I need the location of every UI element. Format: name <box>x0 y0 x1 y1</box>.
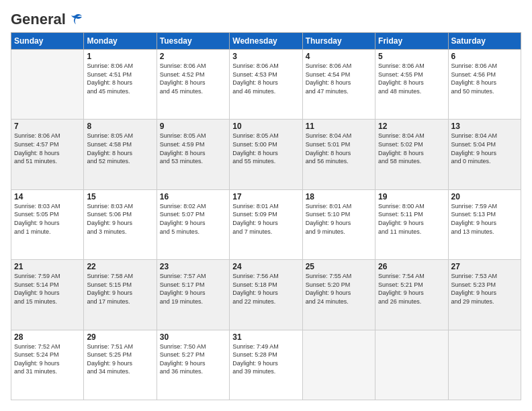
calendar-day-cell: 9Sunrise: 8:05 AM Sunset: 4:59 PM Daylig… <box>157 120 229 189</box>
calendar-week-row: 21Sunrise: 7:59 AM Sunset: 5:14 PM Dayli… <box>11 260 521 330</box>
logo-general-text: General <box>11 11 66 28</box>
day-number: 31 <box>232 332 299 342</box>
calendar-header-friday: Friday <box>375 33 448 50</box>
calendar-table: SundayMondayTuesdayWednesdayThursdayFrid… <box>11 32 521 400</box>
day-number: 11 <box>306 122 372 131</box>
logo: General <box>11 11 83 26</box>
day-number: 13 <box>451 122 518 131</box>
day-number: 14 <box>14 192 81 201</box>
calendar-day-cell: 28Sunrise: 7:52 AM Sunset: 5:24 PM Dayli… <box>11 330 84 400</box>
day-info: Sunrise: 7:55 AM Sunset: 5:20 PM Dayligh… <box>306 272 372 306</box>
calendar-day-cell: 6Sunrise: 8:06 AM Sunset: 4:56 PM Daylig… <box>448 50 521 120</box>
calendar-week-row: 28Sunrise: 7:52 AM Sunset: 5:24 PM Dayli… <box>11 330 521 400</box>
day-number: 15 <box>87 192 153 201</box>
day-info: Sunrise: 7:58 AM Sunset: 5:15 PM Dayligh… <box>87 272 153 306</box>
day-number: 23 <box>160 262 226 271</box>
calendar-day-cell: 24Sunrise: 7:56 AM Sunset: 5:18 PM Dayli… <box>230 260 302 330</box>
day-number: 20 <box>451 192 518 201</box>
calendar-day-cell: 18Sunrise: 8:01 AM Sunset: 5:10 PM Dayli… <box>302 189 375 259</box>
calendar-header-wednesday: Wednesday <box>230 33 302 50</box>
day-info: Sunrise: 7:57 AM Sunset: 5:17 PM Dayligh… <box>160 272 226 306</box>
day-info: Sunrise: 8:04 AM Sunset: 5:02 PM Dayligh… <box>378 132 445 165</box>
calendar-day-cell <box>11 50 84 120</box>
logo-bird-icon <box>69 12 83 27</box>
day-number: 22 <box>87 262 153 271</box>
day-info: Sunrise: 8:01 AM Sunset: 5:09 PM Dayligh… <box>232 202 299 236</box>
day-info: Sunrise: 8:06 AM Sunset: 4:51 PM Dayligh… <box>87 62 153 95</box>
day-number: 19 <box>378 192 445 201</box>
calendar-day-cell: 29Sunrise: 7:51 AM Sunset: 5:25 PM Dayli… <box>84 330 157 400</box>
day-number: 4 <box>306 52 372 61</box>
day-number: 6 <box>451 52 518 61</box>
day-info: Sunrise: 7:49 AM Sunset: 5:28 PM Dayligh… <box>232 342 299 376</box>
calendar-day-cell: 13Sunrise: 8:04 AM Sunset: 5:04 PM Dayli… <box>448 120 521 189</box>
day-info: Sunrise: 7:54 AM Sunset: 5:21 PM Dayligh… <box>378 272 445 306</box>
day-info: Sunrise: 8:03 AM Sunset: 5:05 PM Dayligh… <box>14 202 81 236</box>
calendar-week-row: 7Sunrise: 8:06 AM Sunset: 4:57 PM Daylig… <box>11 120 521 189</box>
day-info: Sunrise: 8:06 AM Sunset: 4:53 PM Dayligh… <box>232 62 299 95</box>
calendar-day-cell: 17Sunrise: 8:01 AM Sunset: 5:09 PM Dayli… <box>230 189 302 259</box>
calendar-day-cell: 7Sunrise: 8:06 AM Sunset: 4:57 PM Daylig… <box>11 120 84 189</box>
calendar-header-tuesday: Tuesday <box>157 33 229 50</box>
calendar-day-cell: 12Sunrise: 8:04 AM Sunset: 5:02 PM Dayli… <box>375 120 448 189</box>
day-info: Sunrise: 8:06 AM Sunset: 4:55 PM Dayligh… <box>378 62 445 95</box>
calendar-day-cell: 26Sunrise: 7:54 AM Sunset: 5:21 PM Dayli… <box>375 260 448 330</box>
day-number: 24 <box>232 262 299 271</box>
day-number: 8 <box>87 122 153 131</box>
calendar-day-cell <box>375 330 448 400</box>
calendar-day-cell <box>448 330 521 400</box>
header: General <box>11 11 521 26</box>
calendar-day-cell: 3Sunrise: 8:06 AM Sunset: 4:53 PM Daylig… <box>230 50 302 120</box>
calendar-day-cell: 16Sunrise: 8:02 AM Sunset: 5:07 PM Dayli… <box>157 189 229 259</box>
calendar-day-cell: 2Sunrise: 8:06 AM Sunset: 4:52 PM Daylig… <box>157 50 229 120</box>
day-number: 26 <box>378 262 445 271</box>
day-info: Sunrise: 7:59 AM Sunset: 5:13 PM Dayligh… <box>451 202 518 236</box>
day-info: Sunrise: 8:05 AM Sunset: 4:59 PM Dayligh… <box>160 132 226 165</box>
day-info: Sunrise: 8:04 AM Sunset: 5:01 PM Dayligh… <box>306 132 372 165</box>
day-info: Sunrise: 8:01 AM Sunset: 5:10 PM Dayligh… <box>306 202 372 236</box>
day-number: 2 <box>160 52 226 61</box>
day-info: Sunrise: 8:05 AM Sunset: 5:00 PM Dayligh… <box>232 132 299 165</box>
calendar-day-cell: 11Sunrise: 8:04 AM Sunset: 5:01 PM Dayli… <box>302 120 375 189</box>
day-number: 30 <box>160 332 226 342</box>
calendar-header-thursday: Thursday <box>302 33 375 50</box>
page-container: General SundayMondayTuesdayWednesdayThur… <box>0 0 532 411</box>
calendar-day-cell: 31Sunrise: 7:49 AM Sunset: 5:28 PM Dayli… <box>230 330 302 400</box>
day-number: 7 <box>14 122 81 131</box>
day-info: Sunrise: 7:52 AM Sunset: 5:24 PM Dayligh… <box>14 342 81 376</box>
day-info: Sunrise: 7:56 AM Sunset: 5:18 PM Dayligh… <box>232 272 299 306</box>
day-number: 5 <box>378 52 445 61</box>
day-info: Sunrise: 8:04 AM Sunset: 5:04 PM Dayligh… <box>451 132 518 165</box>
day-number: 25 <box>306 262 372 271</box>
day-info: Sunrise: 7:50 AM Sunset: 5:27 PM Dayligh… <box>160 342 226 376</box>
calendar-week-row: 1Sunrise: 8:06 AM Sunset: 4:51 PM Daylig… <box>11 50 521 120</box>
calendar-day-cell: 21Sunrise: 7:59 AM Sunset: 5:14 PM Dayli… <box>11 260 84 330</box>
calendar-day-cell: 15Sunrise: 8:03 AM Sunset: 5:06 PM Dayli… <box>84 189 157 259</box>
day-info: Sunrise: 7:59 AM Sunset: 5:14 PM Dayligh… <box>14 272 81 306</box>
calendar-day-cell: 5Sunrise: 8:06 AM Sunset: 4:55 PM Daylig… <box>375 50 448 120</box>
day-number: 12 <box>378 122 445 131</box>
day-info: Sunrise: 7:53 AM Sunset: 5:23 PM Dayligh… <box>451 272 518 306</box>
day-info: Sunrise: 8:05 AM Sunset: 4:58 PM Dayligh… <box>87 132 153 165</box>
calendar-day-cell: 27Sunrise: 7:53 AM Sunset: 5:23 PM Dayli… <box>448 260 521 330</box>
day-info: Sunrise: 8:06 AM Sunset: 4:57 PM Dayligh… <box>14 132 81 165</box>
calendar-day-cell: 23Sunrise: 7:57 AM Sunset: 5:17 PM Dayli… <box>157 260 229 330</box>
calendar-day-cell: 8Sunrise: 8:05 AM Sunset: 4:58 PM Daylig… <box>84 120 157 189</box>
calendar-day-cell: 22Sunrise: 7:58 AM Sunset: 5:15 PM Dayli… <box>84 260 157 330</box>
calendar-week-row: 14Sunrise: 8:03 AM Sunset: 5:05 PM Dayli… <box>11 189 521 259</box>
calendar-day-cell: 30Sunrise: 7:50 AM Sunset: 5:27 PM Dayli… <box>157 330 229 400</box>
day-info: Sunrise: 8:02 AM Sunset: 5:07 PM Dayligh… <box>160 202 226 236</box>
calendar-day-cell: 14Sunrise: 8:03 AM Sunset: 5:05 PM Dayli… <box>11 189 84 259</box>
calendar-day-cell: 19Sunrise: 8:00 AM Sunset: 5:11 PM Dayli… <box>375 189 448 259</box>
calendar-day-cell: 25Sunrise: 7:55 AM Sunset: 5:20 PM Dayli… <box>302 260 375 330</box>
calendar-header-row: SundayMondayTuesdayWednesdayThursdayFrid… <box>11 33 521 50</box>
day-info: Sunrise: 8:00 AM Sunset: 5:11 PM Dayligh… <box>378 202 445 236</box>
calendar-day-cell <box>302 330 375 400</box>
day-number: 21 <box>14 262 81 271</box>
day-info: Sunrise: 8:06 AM Sunset: 4:54 PM Dayligh… <box>306 62 372 95</box>
day-info: Sunrise: 8:03 AM Sunset: 5:06 PM Dayligh… <box>87 202 153 236</box>
calendar-day-cell: 20Sunrise: 7:59 AM Sunset: 5:13 PM Dayli… <box>448 189 521 259</box>
day-number: 16 <box>160 192 226 201</box>
day-number: 10 <box>232 122 299 131</box>
calendar-day-cell: 4Sunrise: 8:06 AM Sunset: 4:54 PM Daylig… <box>302 50 375 120</box>
